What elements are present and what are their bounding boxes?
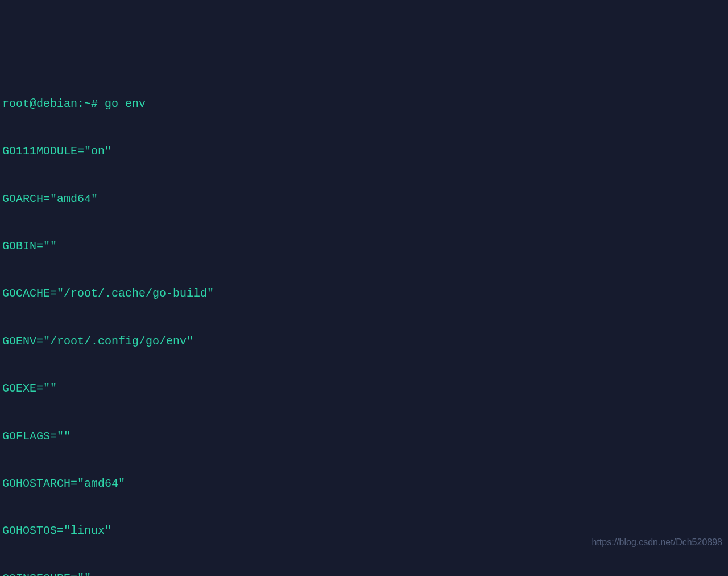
output-line: GOEXE="" (2, 381, 726, 397)
command-line: root@debian:~# go env (2, 96, 726, 112)
output-line: GO111MODULE="on" (2, 143, 726, 159)
output-line: GOINSECURE="" (2, 571, 726, 576)
watermark-text: https://blog.csdn.net/Dch520898 (592, 536, 723, 549)
output-line: GOCACHE="/root/.cache/go-build" (2, 286, 726, 302)
output-line: GOBIN="" (2, 238, 726, 254)
output-line: GOHOSTARCH="amd64" (2, 476, 726, 492)
command-text: go env (105, 97, 146, 110)
terminal-output[interactable]: root@debian:~# go env GO111MODULE="on" G… (0, 63, 728, 576)
shell-prompt: root@debian:~# (2, 97, 105, 110)
output-line: GOFLAGS="" (2, 429, 726, 445)
output-line: GOENV="/root/.config/go/env" (2, 334, 726, 349)
output-line: GOARCH="amd64" (2, 191, 726, 207)
